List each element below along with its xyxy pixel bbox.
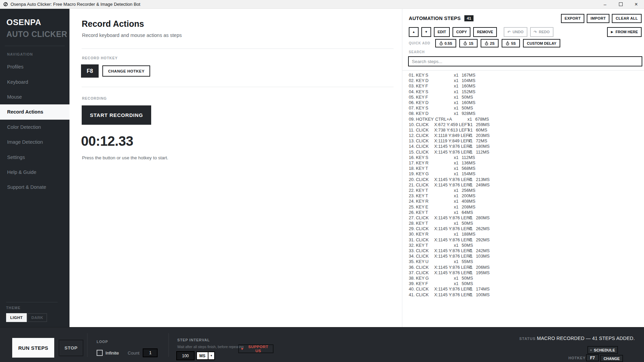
quick-add-1s-button[interactable]: 1S bbox=[459, 39, 477, 47]
start-recording-button[interactable]: START RECORDING bbox=[82, 105, 151, 125]
hotkey-change-button[interactable]: CHANGE bbox=[600, 355, 623, 362]
step-row[interactable]: 09.HOTKEYCTRL+Ax1678MS bbox=[409, 117, 490, 122]
step-row[interactable]: 36.CLICKX:1145 Y:876 LEFTx1206MS bbox=[409, 265, 490, 270]
stop-button[interactable]: STOP bbox=[59, 340, 83, 356]
theme-dark-button[interactable]: DARK bbox=[27, 313, 47, 322]
step-row[interactable]: 38.KEYGx150MS bbox=[409, 276, 490, 281]
divider bbox=[87, 333, 87, 357]
step-row[interactable]: 27.CLICKX:1145 Y:876 LEFTx1280MS bbox=[409, 215, 490, 221]
step-row[interactable]: 19.KEYGx1154MS bbox=[409, 171, 490, 177]
redo-button[interactable]: ↷ REDO bbox=[530, 27, 554, 37]
close-button[interactable]: × bbox=[628, 0, 644, 8]
step-row[interactable]: 33.CLICKX:1145 Y:876 LEFTx1242MS bbox=[409, 248, 490, 254]
window-title: Osenpa Auto Clicker: Free Macro Recorder… bbox=[11, 2, 140, 7]
interval-unit-value: MS bbox=[197, 354, 208, 358]
sidebar-item-keyboard[interactable]: Keyboard bbox=[0, 74, 69, 89]
step-row[interactable]: 28.KEYTx150MS bbox=[409, 221, 490, 226]
up-arrow-icon: ▲ bbox=[412, 30, 415, 34]
step-row[interactable]: 08.KEYDx1928MS bbox=[409, 111, 490, 116]
sidebar-item-profiles[interactable]: Profiles bbox=[0, 59, 69, 74]
step-row[interactable]: 15.CLICKX:1145 Y:876 LEFTx1112MS bbox=[409, 149, 490, 155]
step-row[interactable]: 21.CLICKX:1145 Y:876 LEFTx1249MS bbox=[409, 182, 490, 188]
step-row[interactable]: 02.KEYDx1104MS bbox=[409, 78, 490, 83]
quick-add-2s-button[interactable]: 2S bbox=[481, 39, 499, 47]
support-us-button[interactable]: ♥ SUPPORT US bbox=[238, 344, 274, 353]
custom-delay-button[interactable]: CUSTOM DELAY bbox=[523, 39, 561, 47]
maximize-button[interactable] bbox=[613, 0, 628, 8]
step-row[interactable]: 10.CLICKX:672 Y:459 LEFTx1259MS bbox=[409, 122, 490, 127]
infinite-checkbox[interactable] bbox=[97, 350, 103, 356]
step-row[interactable]: 23.KEYTx1200MS bbox=[409, 193, 490, 199]
steps-title: AUTOMATION STEPS bbox=[409, 16, 461, 21]
page-title: Record Actions bbox=[82, 19, 144, 29]
step-row[interactable]: 31.CLICKX:1145 Y:876 LEFTx1292MS bbox=[409, 237, 490, 243]
clear-all-button[interactable]: CLEAR ALL bbox=[612, 14, 642, 23]
step-row[interactable]: 39.KEYFx150MS bbox=[409, 281, 490, 286]
step-row[interactable]: 03.KEYFx1160MS bbox=[409, 83, 490, 89]
quick-add-0.5s-button[interactable]: 0.5S bbox=[435, 39, 457, 47]
play-icon: ▶ bbox=[611, 30, 613, 34]
run-steps-button[interactable]: RUN STEPS bbox=[12, 338, 54, 358]
loop-count-input[interactable] bbox=[143, 348, 158, 357]
interval-unit-select[interactable]: MS ▼ bbox=[196, 351, 215, 360]
sidebar-item-support-donate[interactable]: Support & Donate bbox=[0, 180, 69, 195]
sidebar-item-record-actions[interactable]: Record Actions bbox=[0, 104, 69, 119]
step-row[interactable]: 22.KEYTx1256MS bbox=[409, 188, 490, 193]
steps-list: 01.KEYSx1167MS02.KEYDx1104MS03.KEYFx1160… bbox=[409, 73, 490, 298]
step-row[interactable]: 11.CLICKX:738 Y:613 LEFTx160MS bbox=[409, 127, 490, 133]
step-interval-controls: MS ▼ bbox=[176, 351, 215, 360]
minimize-button[interactable]: – bbox=[597, 0, 613, 8]
divider bbox=[82, 48, 394, 49]
step-row[interactable]: 17.KEYRx1136MS bbox=[409, 160, 490, 166]
step-row[interactable]: 06.KEYDx1160MS bbox=[409, 100, 490, 105]
alarm-clock-icon bbox=[590, 348, 592, 352]
step-row[interactable]: 05.KEYFx150MS bbox=[409, 95, 490, 100]
sidebar-item-color-detection[interactable]: Color Detection bbox=[0, 120, 69, 135]
divider bbox=[5, 46, 65, 46]
step-row[interactable]: 18.KEYTx1568MS bbox=[409, 166, 490, 171]
from-here-button[interactable]: ▶ FROM HERE bbox=[607, 27, 642, 37]
step-row[interactable]: 26.KEYTx164MS bbox=[409, 210, 490, 215]
hotkey-key-button[interactable]: F7 bbox=[586, 354, 599, 361]
step-row[interactable]: 29.CLICKX:1145 Y:876 LEFTx1262MS bbox=[409, 226, 490, 232]
step-row[interactable]: 12.CLICKX:1118 Y:849 LEFTx1203MS bbox=[409, 133, 490, 138]
interval-value-input[interactable] bbox=[176, 351, 195, 360]
theme-toggle: LIGHT DARK bbox=[6, 313, 58, 322]
edit-button[interactable]: EDIT bbox=[434, 27, 450, 37]
step-row[interactable]: 20.CLICKX:1145 Y:876 LEFTx1213MS bbox=[409, 177, 490, 182]
quick-add-label: QUICK ADD bbox=[409, 41, 430, 45]
step-row[interactable]: 01.KEYSx1167MS bbox=[409, 73, 490, 78]
quick-add-buttons: 0.5S1S2S5S bbox=[435, 39, 523, 47]
step-row[interactable]: 32.KEYTx150MS bbox=[409, 243, 490, 248]
step-row[interactable]: 13.CLICKX:1119 Y:849 LEFTx172MS bbox=[409, 138, 490, 144]
import-button[interactable]: IMPORT bbox=[587, 14, 609, 23]
step-row[interactable]: 41.CLICKX:1145 Y:876 LEFTx1100MS bbox=[409, 292, 490, 298]
change-hotkey-button[interactable]: CHANGE HOTKEY bbox=[102, 65, 150, 77]
step-row[interactable]: 16.KEYSx1112MS bbox=[409, 155, 490, 160]
step-row[interactable]: 37.CLICKX:1145 Y:876 LEFTx1195MS bbox=[409, 270, 490, 276]
move-down-button[interactable]: ▼ bbox=[421, 27, 431, 37]
quick-add-5s-button[interactable]: 5S bbox=[502, 39, 520, 47]
step-row[interactable]: 14.CLICKX:1145 Y:876 LEFTx1180MS bbox=[409, 144, 490, 149]
sidebar-item-mouse[interactable]: Mouse bbox=[0, 89, 69, 104]
remove-button[interactable]: REMOVE bbox=[473, 27, 497, 37]
step-row[interactable]: 04.KEYSx1152MS bbox=[409, 89, 490, 95]
step-row[interactable]: 40.CLICKX:1145 Y:876 LEFTx1174MS bbox=[409, 286, 490, 292]
sidebar-item-image-detection[interactable]: Image Detection bbox=[0, 135, 69, 149]
theme-light-button[interactable]: LIGHT bbox=[6, 313, 27, 322]
step-row[interactable]: 34.CLICKX:1145 Y:876 LEFTx1103MS bbox=[409, 254, 490, 259]
export-button[interactable]: EXPORT bbox=[561, 14, 585, 23]
step-row[interactable]: 30.KEYRx1188MS bbox=[409, 232, 490, 237]
sidebar-item-help-guide[interactable]: Help & Guide bbox=[0, 165, 69, 180]
copy-button[interactable]: COPY bbox=[452, 27, 470, 37]
search-input[interactable] bbox=[408, 56, 642, 66]
infinite-label: Infinite bbox=[105, 350, 119, 356]
step-row[interactable]: 07.KEYSx150MS bbox=[409, 105, 490, 111]
step-row[interactable]: 24.KEYRx1408MS bbox=[409, 199, 490, 204]
step-row[interactable]: 25.KEYEx1208MS bbox=[409, 204, 490, 210]
schedule-button[interactable]: SCHEDULE bbox=[587, 346, 618, 354]
undo-button[interactable]: ↶ UNDO bbox=[504, 27, 527, 37]
move-up-button[interactable]: ▲ bbox=[409, 27, 419, 37]
sidebar-item-settings[interactable]: Settings bbox=[0, 149, 69, 164]
step-row[interactable]: 35.KEYUx155MS bbox=[409, 259, 490, 264]
